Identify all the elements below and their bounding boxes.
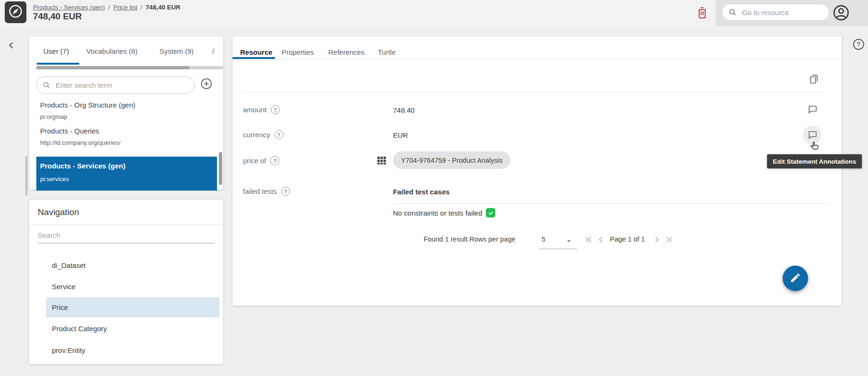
last-page-button[interactable]	[663, 234, 674, 245]
dataset-search	[36, 76, 195, 94]
tab-properties[interactable]: Properties	[282, 48, 314, 56]
search-icon	[728, 8, 737, 17]
field-label-amount: amount ?	[243, 105, 280, 114]
field-label-currency: currency ?	[243, 130, 284, 139]
breadcrumb-separator: /	[141, 4, 142, 11]
comment-icon	[807, 109, 818, 117]
previous-page-button[interactable]	[596, 234, 606, 245]
field-label-text: currency	[243, 131, 270, 139]
dataset-title: Products - Queries	[40, 127, 120, 135]
app-logo[interactable]	[5, 1, 26, 23]
first-page-button[interactable]	[584, 234, 594, 245]
nav-item-price[interactable]: Price	[46, 297, 219, 318]
resource-chip-label: Y704-9764759 - Product Analysis	[401, 157, 502, 164]
help-circle-icon[interactable]: ?	[275, 130, 284, 139]
global-search-input[interactable]	[741, 8, 837, 17]
dataset-search-input[interactable]	[55, 81, 190, 90]
chevron-left-icon	[6, 45, 17, 52]
dataset-subtitle: http://ld.company.org/queries/	[40, 139, 120, 146]
chevron-right-icon	[651, 239, 662, 246]
field-label-text: amount	[243, 106, 267, 114]
last-page-icon	[663, 239, 674, 246]
tab-turtle[interactable]: Turtle	[378, 48, 396, 56]
select-underline	[539, 249, 577, 249]
active-tab-indicator	[233, 57, 275, 59]
pencil-icon	[790, 272, 801, 285]
field-label-text: price of	[243, 157, 266, 165]
svg-text:?: ?	[857, 41, 860, 48]
nav-item-label: prov:Entity	[52, 346, 85, 354]
rows-per-page-value[interactable]: 5	[542, 235, 545, 243]
failed-tests-title: Failed test cases	[393, 188, 450, 196]
navigation-search-input[interactable]	[38, 228, 215, 243]
breadcrumb-link-2[interactable]: Price list	[113, 4, 137, 11]
help-circle-icon[interactable]: ?	[281, 187, 290, 196]
delete-button[interactable]	[696, 6, 709, 21]
page-status: Page 1 of 1	[610, 235, 645, 243]
dataset-panel: User (7) Vocabularies (8) System (9) / P…	[29, 36, 223, 190]
breadcrumb: Products - Services (gen)/Price list/748…	[33, 4, 180, 11]
field-label-text: failed tests	[243, 187, 277, 195]
collapse-drawer-button[interactable]	[6, 40, 17, 52]
dataset-subtitle: pi:orgmap	[40, 113, 135, 120]
tab-resource[interactable]: Resource	[240, 48, 272, 56]
global-search	[722, 4, 829, 21]
active-tab-indicator	[37, 63, 79, 65]
grid-icon	[377, 156, 386, 167]
chevron-down-icon[interactable]	[565, 237, 573, 247]
nav-item-label: Price	[52, 303, 68, 311]
nav-item-label: Product Category	[52, 325, 107, 333]
tab-system[interactable]: System (9)	[159, 47, 194, 55]
field-label-failed-tests: failed tests ?	[243, 187, 290, 196]
drawer-scrollbar[interactable]	[25, 156, 27, 196]
account-button[interactable]	[832, 4, 850, 23]
help-circle-icon[interactable]: ?	[271, 105, 280, 114]
next-page-button[interactable]	[651, 234, 662, 245]
navigation-title: Navigation	[38, 207, 79, 217]
tab-user[interactable]: User (7)	[43, 47, 69, 55]
help-circle-icon[interactable]: ?	[270, 156, 279, 165]
field-value-amount: 748.40	[393, 106, 415, 114]
failed-tests-message: No constraints or tests failed	[393, 208, 495, 217]
chevron-left-icon	[596, 239, 606, 246]
tab-partial[interactable]: /	[212, 47, 214, 55]
rows-per-page-label: Rows per page	[469, 235, 516, 243]
help-icon: ?	[852, 45, 865, 52]
plus-circle-icon	[200, 84, 213, 92]
list-item-selected[interactable]: Products - Services (gen) pi:services	[36, 157, 217, 191]
app-header: Products - Services (gen)/Price list/748…	[0, 0, 868, 26]
nav-item-di-dataset[interactable]: di_Dataset	[46, 255, 219, 276]
panel-scrollbar-thumb[interactable]	[219, 152, 222, 185]
breadcrumb-link-1[interactable]: Products - Services (gen)	[33, 4, 105, 11]
tab-vocabularies[interactable]: Vocabularies (8)	[86, 47, 137, 55]
list-item[interactable]: Products - Org Structure (gen) pi:orgmap	[40, 101, 135, 120]
search-icon	[42, 81, 51, 90]
tab-references[interactable]: References	[328, 48, 365, 56]
annotation-button-amount[interactable]	[807, 104, 818, 115]
breadcrumb-current: 748,40 EUR	[146, 4, 181, 11]
resource-panel: Resource Properties References Turtle am…	[233, 36, 842, 306]
copy-icon	[808, 79, 820, 86]
divider	[233, 59, 842, 59]
navigation-panel: Navigation di_Dataset Service Price Prod…	[29, 200, 223, 364]
copy-resource-button[interactable]	[808, 73, 820, 86]
resource-chip[interactable]: Y704-9764759 - Product Analysis	[393, 151, 510, 169]
divider	[393, 203, 828, 204]
edit-resource-fab[interactable]	[783, 266, 808, 291]
tab-scrollbar-thumb[interactable]	[36, 66, 190, 69]
mouse-cursor	[809, 141, 820, 154]
results-summary: Found 1 result.	[424, 235, 469, 243]
list-item[interactable]: Products - Queries http://ld.company.org…	[40, 127, 120, 146]
add-dataset-button[interactable]	[200, 77, 213, 92]
first-page-icon	[584, 239, 594, 246]
help-button[interactable]: ?	[852, 38, 865, 52]
divider	[29, 225, 223, 225]
navigation-search	[38, 228, 215, 243]
nav-item-label: Service	[52, 283, 75, 291]
nav-item-product-category[interactable]: Product Category	[46, 318, 219, 339]
nav-item-service[interactable]: Service	[46, 276, 219, 297]
field-value-currency: EUR	[393, 131, 408, 139]
app-screen: Products - Services (gen)/Price list/748…	[0, 0, 868, 376]
annotation-button-currency[interactable]	[807, 129, 818, 141]
nav-item-prov-entity[interactable]: prov:Entity	[46, 340, 219, 360]
